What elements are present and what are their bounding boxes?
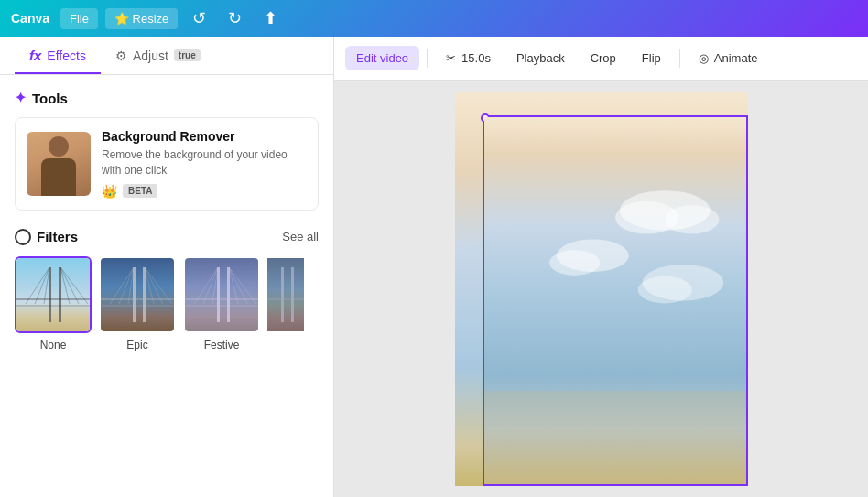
canvas-workspace[interactable] bbox=[334, 81, 868, 497]
tab-effects[interactable]: fx Effects bbox=[15, 37, 101, 74]
svg-line-28 bbox=[229, 267, 247, 304]
person-silhouette bbox=[38, 136, 80, 196]
svg-point-39 bbox=[637, 276, 691, 303]
resize-button[interactable]: ⭐ Resize bbox=[105, 8, 178, 29]
filter-item-4[interactable] bbox=[267, 256, 304, 351]
panel-content: ✦ Tools Background Remover Remove the ba… bbox=[0, 75, 333, 497]
svg-line-25 bbox=[203, 267, 218, 304]
bridge-image-4 bbox=[267, 258, 304, 333]
svg-rect-11 bbox=[143, 267, 146, 322]
app-logo: Canva bbox=[11, 11, 49, 26]
adjust-beta-badge: true bbox=[174, 49, 201, 61]
animate-button[interactable]: ◎ Animate bbox=[688, 46, 769, 70]
svg-line-17 bbox=[145, 267, 154, 304]
svg-line-8 bbox=[60, 267, 79, 304]
filter-thumb-none[interactable] bbox=[15, 256, 92, 333]
main-layout: fx Effects ⚙ Adjust true ✦ Tools bbox=[0, 37, 868, 497]
svg-line-27 bbox=[229, 267, 238, 304]
svg-rect-0 bbox=[49, 267, 51, 322]
cut-label: 15.0s bbox=[461, 51, 491, 65]
bridge-image-festive bbox=[185, 258, 258, 331]
filter-item-epic[interactable]: Epic bbox=[99, 256, 176, 351]
svg-point-35 bbox=[665, 204, 719, 233]
svg-rect-21 bbox=[227, 267, 230, 322]
left-panel: fx Effects ⚙ Adjust true ✦ Tools bbox=[0, 37, 334, 497]
svg-line-15 bbox=[119, 267, 134, 304]
person-head bbox=[49, 136, 69, 157]
svg-rect-20 bbox=[217, 267, 220, 322]
background-remover-image bbox=[27, 132, 91, 196]
undo-button[interactable]: ↺ bbox=[185, 5, 213, 32]
background-remover-desc: Remove the background of your video with… bbox=[102, 147, 307, 178]
panel-tabs: fx Effects ⚙ Adjust true bbox=[0, 37, 333, 75]
tools-section-title: ✦ Tools bbox=[15, 90, 319, 106]
svg-rect-1 bbox=[59, 267, 61, 322]
crop-button[interactable]: Crop bbox=[580, 46, 627, 70]
svg-rect-31 bbox=[291, 267, 294, 322]
animate-icon: ◎ bbox=[699, 51, 709, 65]
filter-label-none: None bbox=[40, 339, 67, 351]
background-remover-info: Background Remover Remove the background… bbox=[102, 129, 307, 199]
svg-line-7 bbox=[60, 267, 70, 304]
filters-header: Filters See all bbox=[15, 229, 319, 245]
effects-label: Effects bbox=[47, 49, 86, 63]
svg-line-9 bbox=[60, 267, 88, 304]
toolbar-divider-1 bbox=[427, 49, 428, 68]
svg-line-18 bbox=[145, 267, 163, 304]
fx-icon: fx bbox=[29, 48, 41, 63]
canvas-area: Edit video ✂ 15.0s Playback Crop Flip ◎ … bbox=[334, 37, 868, 497]
svg-rect-30 bbox=[281, 267, 284, 322]
cut-button[interactable]: ✂ 15.0s bbox=[435, 46, 502, 70]
clouds-svg bbox=[484, 117, 746, 484]
share-button[interactable]: ⬆ bbox=[256, 5, 285, 32]
adjust-icon: ⚙ bbox=[115, 49, 127, 63]
tools-label: Tools bbox=[32, 91, 68, 106]
playback-button[interactable]: Playback bbox=[505, 46, 576, 70]
crown-icon: 👑 bbox=[102, 184, 117, 199]
filter-label-festive: Festive bbox=[204, 339, 240, 351]
filters-section-title: Filters bbox=[15, 229, 78, 245]
svg-rect-10 bbox=[133, 267, 136, 322]
background-remover-badges: 👑 BETA bbox=[102, 184, 307, 199]
filter-thumb-epic[interactable] bbox=[99, 256, 176, 333]
redo-button[interactable]: ↻ bbox=[221, 5, 249, 32]
top-bar: Canva File ⭐ Resize ↺ ↻ ⬆ bbox=[0, 0, 868, 37]
beta-tag: BETA bbox=[123, 184, 157, 198]
animate-label: Animate bbox=[714, 51, 758, 65]
see-all-link[interactable]: See all bbox=[282, 230, 319, 243]
filter-thumb-festive[interactable] bbox=[183, 256, 260, 333]
filter-item-festive[interactable]: Festive bbox=[183, 256, 260, 351]
svg-line-24 bbox=[194, 267, 218, 304]
toolbar-divider-2 bbox=[679, 49, 680, 68]
svg-rect-40 bbox=[484, 391, 746, 481]
filters-label: Filters bbox=[37, 229, 78, 244]
flip-button[interactable]: Flip bbox=[631, 46, 672, 70]
bridge-image-none bbox=[16, 258, 90, 331]
sky-photo bbox=[484, 117, 746, 484]
filters-icon bbox=[15, 229, 31, 245]
svg-point-37 bbox=[549, 250, 600, 276]
filter-label-epic: Epic bbox=[126, 339, 147, 351]
background-remover-title: Background Remover bbox=[102, 129, 307, 144]
svg-line-14 bbox=[110, 267, 134, 304]
filter-thumb-4[interactable] bbox=[267, 256, 304, 333]
svg-line-4 bbox=[26, 267, 49, 304]
person-body bbox=[41, 158, 76, 196]
file-button[interactable]: File bbox=[60, 8, 98, 29]
adjust-label: Adjust bbox=[133, 49, 168, 63]
svg-line-29 bbox=[229, 267, 256, 304]
edit-video-button[interactable]: Edit video bbox=[345, 46, 419, 70]
edit-toolbar: Edit video ✂ 15.0s Playback Crop Flip ◎ … bbox=[334, 37, 868, 81]
filter-grid: None bbox=[15, 256, 319, 351]
scissors-icon: ✂ bbox=[446, 51, 456, 65]
canvas-content bbox=[455, 92, 748, 486]
tab-adjust[interactable]: ⚙ Adjust true bbox=[101, 37, 215, 74]
tools-icon: ✦ bbox=[15, 90, 27, 106]
bridge-image-epic bbox=[101, 258, 174, 331]
svg-line-19 bbox=[145, 267, 172, 304]
background-remover-card[interactable]: Background Remover Remove the background… bbox=[15, 117, 319, 211]
filter-item-none[interactable]: None bbox=[15, 256, 92, 351]
svg-line-5 bbox=[35, 267, 49, 304]
